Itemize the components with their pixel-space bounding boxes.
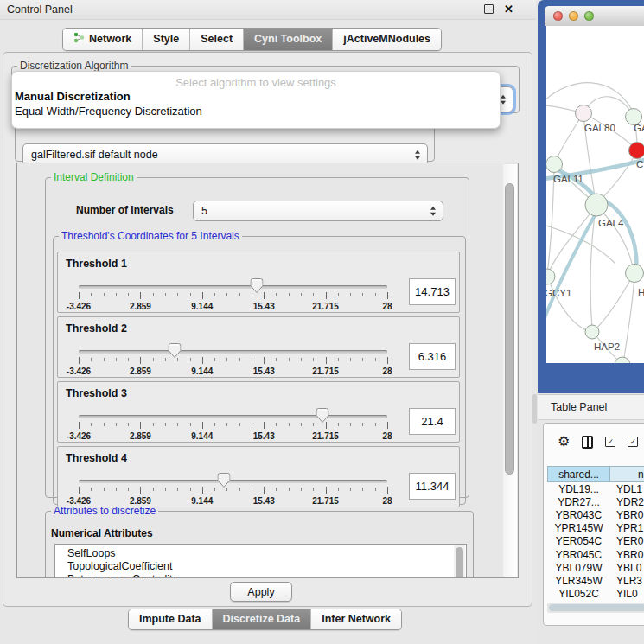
panel-title: Control Panel [7,3,73,16]
slider-handle[interactable] [168,343,181,358]
network-edge[interactable] [548,278,590,331]
network-node-label: GAL4 [598,218,624,228]
table-data-selected: galFiltered.sif default node [31,149,158,161]
network-edge[interactable] [595,276,633,330]
num-intervals-combobox[interactable]: 5 [193,201,443,221]
num-intervals-value: 5 [201,205,207,217]
slider-handle[interactable] [251,278,264,293]
network-view-titlebar[interactable] [545,6,644,26]
table-row[interactable]: YDL19...YDL1 [547,482,644,495]
slider-tick-labels: -3.4262.8599.14415.4321.71528 [79,367,387,377]
tab-network[interactable]: Network [63,29,142,50]
close-traffic-light-icon[interactable] [553,11,563,21]
table-panel-titlebar: Table Panel [538,394,644,420]
maximize-traffic-light-icon[interactable] [584,11,594,21]
settings-scrollpane: Interval Definition Number of Intervals … [16,163,519,578]
network-node[interactable] [546,269,555,284]
close-icon[interactable]: ✕ [504,3,513,15]
network-node-label: HAP2 [594,341,620,352]
checkbox-icon[interactable]: ✓ [605,437,615,447]
slider-track[interactable] [79,415,387,418]
attributes-list[interactable]: SelfLoopsTopologicalCoefficientBetweenne… [54,544,467,578]
network-node[interactable] [615,357,630,363]
network-node[interactable] [626,265,644,283]
attribute-item[interactable]: BetweennessCentrality [55,573,466,578]
minimize-traffic-light-icon[interactable] [569,11,578,21]
network-edge[interactable] [548,207,595,274]
control-panel: Control Panel ✕ Network Style Select Cyn… [0,0,536,644]
slider-tick-labels: -3.4262.8599.14415.4321.71528 [79,302,387,312]
tab-impute-data[interactable]: Impute Data [129,609,212,629]
num-intervals-label: Number of Intervals [76,204,174,216]
table-row[interactable]: YIL052CYIL0 [547,588,644,601]
attributes-group-title: Attributes to discretize [51,505,158,517]
attribute-item[interactable]: TopologicalCoefficient [55,560,466,573]
cyni-toolbox-panel: Discretization Algorithm Table Data galF… [3,52,532,607]
threshold-value-field[interactable]: 14.713 [409,278,456,305]
threshold-value-field[interactable]: 11.344 [409,473,456,500]
table-header-row: shared... na [547,466,644,482]
table-row[interactable]: YBR045CYBR0 [547,548,644,561]
attribute-item[interactable]: SelfLoops [55,547,466,560]
combo-stepper-icon [430,207,436,216]
tab-jactivemnodules[interactable]: jActiveMNodules [332,29,441,50]
table-hscrollbar[interactable] [547,603,644,613]
network-edge[interactable] [599,153,636,201]
network-node-label: GAL80 [584,123,615,133]
network-canvas[interactable]: GAL80GACGAL11GAL4GCY1HHAP2 [546,26,644,363]
network-icon [73,32,85,43]
popup-item[interactable]: Manual Discretization [12,89,500,104]
threshold-panel: Threshold 4 -3.4262.8599.14415.4321.7152… [57,446,460,507]
threshold-value-field[interactable]: 21.4 [409,408,456,435]
popup-item[interactable]: Equal Width/Frequency Discretization [12,104,500,118]
network-node[interactable] [585,325,599,339]
table-panel-title: Table Panel [551,401,607,413]
attributes-scrollbar[interactable] [454,545,465,578]
settings-scrollbar[interactable] [503,164,517,577]
columns-icon[interactable] [582,436,593,449]
algorithm-dropdown-popup: Select algorithm to view settings Manual… [11,71,501,129]
network-node-label: GAL11 [553,174,583,184]
bottom-tab-bar: Impute Data Discretize Data Infer Networ… [128,609,402,630]
table-row[interactable]: YDR27...YDR2 [547,495,644,508]
threshold-label: Threshold 2 [66,322,127,335]
tab-discretize-data[interactable]: Discretize Data [212,609,311,629]
interval-definition-title: Interval Definition [51,171,137,183]
table-row[interactable]: YBR043CYBR0 [547,508,644,521]
tab-infer-network[interactable]: Infer Network [310,609,401,629]
table-row[interactable]: YBL079WYBL0 [547,561,644,574]
threshold-panel: Threshold 1 -3.4262.8599.14415.4321.7152… [57,252,460,313]
slider-handle[interactable] [217,473,230,488]
split-divider-handle[interactable] [532,394,537,424]
apply-button[interactable]: Apply [230,582,292,602]
slider-track[interactable] [79,350,387,354]
gear-icon[interactable]: ⚙ [558,435,570,449]
table-row[interactable]: YER054CYER0 [547,535,644,548]
table-row[interactable]: YLR345WYLR3 [547,574,644,587]
network-node[interactable] [576,105,592,122]
thresholds-group-title: Threshold's Coordinates for 5 Intervals [59,230,242,242]
network-node[interactable] [585,194,608,216]
column-header-shared[interactable]: shared... [547,466,610,482]
network-node[interactable] [546,156,563,173]
thresholds-group: Threshold's Coordinates for 5 Intervals … [53,230,466,505]
checkbox-icon[interactable]: ✓ [628,437,638,447]
tab-select[interactable]: Select [189,29,243,50]
network-edge[interactable] [590,208,596,329]
tab-cyni-toolbox[interactable]: Cyni Toolbox [243,29,332,50]
slider-handle[interactable] [316,408,329,423]
threshold-value-field[interactable]: 6.316 [409,343,456,370]
table-rows: YDL19...YDL1YDR27...YDR2YBR043CYBR0YPR14… [547,482,644,600]
network-view-window: GAL80GACGAL11GAL4GCY1HHAP2 [538,0,644,393]
column-header-name[interactable]: na [610,466,644,482]
network-node[interactable] [629,143,644,159]
slider-track[interactable] [79,480,387,483]
network-edge[interactable] [598,207,634,271]
slider-ticks [79,292,387,301]
float-window-icon[interactable] [484,4,494,14]
tab-style[interactable]: Style [142,29,189,50]
threshold-label: Threshold 4 [66,452,127,464]
network-node-label: C [636,159,643,169]
table-row[interactable]: YPR145WYPR1 [547,522,644,535]
slider-track[interactable] [79,285,387,289]
